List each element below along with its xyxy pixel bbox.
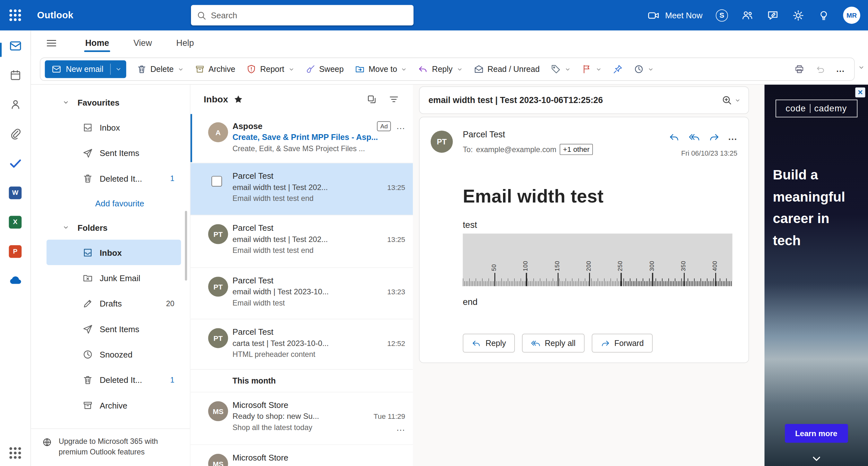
excel-module-button[interactable]: X <box>7 214 23 229</box>
list-item[interactable]: PT Parcel Test carta test | Test 2023-10… <box>190 319 413 370</box>
reply-button-footer[interactable]: Reply <box>463 334 515 353</box>
onedrive-module-button[interactable] <box>7 273 23 288</box>
folder-sent-items[interactable]: Sent Items <box>46 316 181 341</box>
ruler-label: 100 <box>522 260 529 271</box>
snooze-button[interactable] <box>629 60 659 78</box>
teams-button[interactable] <box>741 9 753 21</box>
reply-icon[interactable] <box>669 132 680 143</box>
mail-module-button[interactable] <box>7 38 23 54</box>
people-module-button[interactable] <box>7 97 23 112</box>
more-apps-button[interactable] <box>7 445 23 460</box>
meet-now-button[interactable]: Meet Now <box>648 9 702 21</box>
ad-cta-button[interactable]: Learn more <box>784 424 848 443</box>
favourites-section-toggle[interactable]: Favourites <box>31 90 190 115</box>
filter-icon[interactable] <box>386 92 401 106</box>
ribbon-collapse-chevron-icon[interactable] <box>858 64 865 71</box>
list-item-ad[interactable]: A Aspose Ad ... Create, Save & Print MPP… <box>190 114 413 163</box>
row-checkbox[interactable] <box>212 176 222 186</box>
favourite-inbox[interactable]: Inbox <box>46 115 181 140</box>
read-unread-button[interactable]: Read / Unread <box>469 60 545 78</box>
clock-icon <box>82 348 93 360</box>
undo-button[interactable] <box>810 60 830 78</box>
move-folder-icon <box>355 64 365 74</box>
search-input[interactable] <box>211 10 408 20</box>
ad-close-icon[interactable]: ✕ <box>855 87 865 97</box>
sender-name: Aspose <box>232 120 262 132</box>
message-title: email width test | Test 2023-10-06T12:25… <box>429 95 721 105</box>
reply-button[interactable]: Reply <box>413 60 467 78</box>
more-actions-icon[interactable]: ... <box>728 132 737 142</box>
tab-view[interactable]: View <box>125 33 161 53</box>
todo-check-icon <box>9 157 22 170</box>
word-module-button[interactable]: W <box>7 185 23 200</box>
favourite-star-icon[interactable] <box>234 94 243 104</box>
forward-icon[interactable] <box>709 132 719 143</box>
folder-inbox[interactable]: Inbox <box>46 240 181 265</box>
people-icon <box>9 98 21 111</box>
row-more-icon[interactable]: ... <box>397 422 405 433</box>
pin-button[interactable] <box>608 60 627 78</box>
delete-button[interactable]: Delete <box>132 60 188 78</box>
calendar-module-button[interactable] <box>7 67 23 83</box>
powerpoint-module-button[interactable]: P <box>7 244 23 259</box>
hamburger-menu-button[interactable] <box>44 36 59 50</box>
outlook-app: Outlook Meet Now S <box>0 0 868 466</box>
folder-snoozed[interactable]: Snoozed <box>46 341 181 367</box>
favourite-sent-items[interactable]: Sent Items <box>46 140 181 165</box>
folder-archive[interactable]: Archive <box>46 393 181 418</box>
list-item-selected[interactable]: Parcel Test email width test | Test 202.… <box>190 163 413 215</box>
sender-name: Parcel Test <box>232 274 274 286</box>
tips-button[interactable] <box>817 9 830 21</box>
sweep-button[interactable]: Sweep <box>301 60 349 78</box>
list-item[interactable]: MS Microsoft Store Ready to shop: new Su… <box>190 393 413 445</box>
select-messages-icon[interactable] <box>364 92 379 106</box>
upgrade-banner[interactable]: Upgrade to Microsoft 365 with premium Ou… <box>31 429 190 466</box>
add-favourite-link[interactable]: Add favourite <box>31 191 190 215</box>
new-email-dropdown[interactable] <box>111 60 126 78</box>
more-commands-button[interactable]: ... <box>831 60 850 78</box>
favourite-deleted-items[interactable]: Deleted It... 1 <box>46 165 181 191</box>
folder-deleted-items[interactable]: Deleted It... 1 <box>46 367 181 392</box>
account-avatar[interactable]: MR <box>843 7 860 24</box>
archive-button[interactable]: Archive <box>190 60 241 78</box>
attachments-module-button[interactable] <box>7 126 23 142</box>
todo-module-button[interactable] <box>7 156 23 171</box>
folder-drafts[interactable]: Drafts 20 <box>46 290 181 316</box>
zoom-control[interactable] <box>721 95 741 105</box>
rail-active-indicator <box>0 43 2 57</box>
tab-home[interactable]: Home <box>76 33 118 53</box>
report-button[interactable]: Report <box>241 60 299 78</box>
message-subject[interactable]: Create, Save & Print MPP Files - Asp... <box>232 132 405 143</box>
folders-section-toggle[interactable]: Folders <box>31 215 190 240</box>
skype-button[interactable]: S <box>716 9 728 21</box>
to-address[interactable]: example@example.com <box>476 145 556 154</box>
list-item[interactable]: PT Parcel Test email width test | Test 2… <box>190 215 413 268</box>
settings-button[interactable] <box>792 9 804 21</box>
categorize-button[interactable] <box>546 60 576 78</box>
app-launcher-button[interactable] <box>0 0 31 30</box>
reply-all-button-footer[interactable]: Reply all <box>522 334 584 353</box>
list-item[interactable]: PT Parcel Test email width | Test 2023-1… <box>190 268 413 319</box>
folder-label: Junk Email <box>99 273 140 282</box>
move-to-button[interactable]: Move to <box>350 60 412 78</box>
ad-chevron-down-icon[interactable] <box>810 453 823 465</box>
reply-all-icon[interactable] <box>688 132 700 143</box>
flag-button[interactable] <box>577 60 607 78</box>
ad-logo-left: code <box>785 103 806 113</box>
reply-icon <box>471 339 481 348</box>
forward-button-footer[interactable]: Forward <box>592 334 653 353</box>
search-box[interactable] <box>191 5 413 26</box>
feedback-button[interactable] <box>767 9 779 21</box>
top-bar: Outlook Meet Now S <box>0 0 868 30</box>
list-item[interactable]: MS Microsoft Store <box>190 445 413 466</box>
others-badge[interactable]: +1 other <box>560 144 593 155</box>
folder-junk-email[interactable]: Junk Email <box>46 265 181 290</box>
ad-logo[interactable]: codecademy <box>775 99 857 117</box>
reply-label: Reply <box>432 65 453 74</box>
folder-pane-scrollbar[interactable] <box>185 211 187 280</box>
row-more-icon[interactable]: ... <box>397 120 405 132</box>
tab-help[interactable]: Help <box>167 33 203 53</box>
ad-banner[interactable]: ✕ codecademy Build a meaningful career i… <box>765 85 868 466</box>
print-button[interactable] <box>789 60 809 78</box>
new-email-button[interactable]: New email <box>45 60 126 78</box>
